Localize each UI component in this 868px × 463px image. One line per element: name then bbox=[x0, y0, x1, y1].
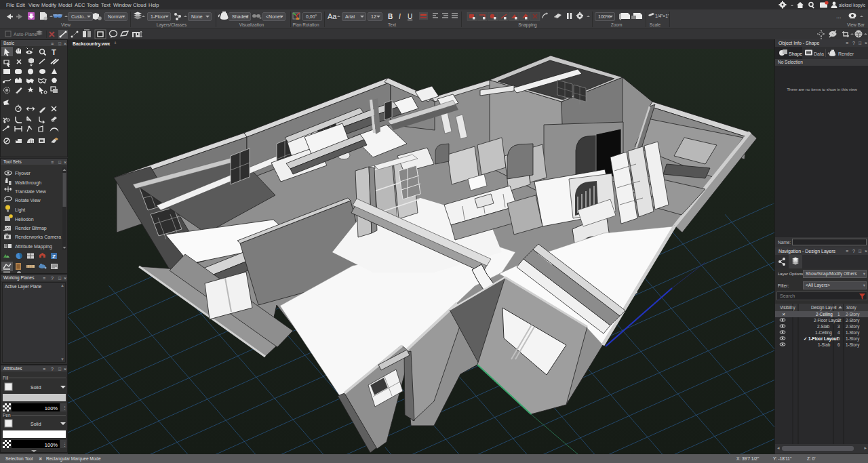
svg-text:⋮: ⋮ bbox=[62, 442, 67, 447]
svg-text:2: 2 bbox=[837, 318, 840, 323]
svg-text:Aa: Aa bbox=[328, 12, 337, 20]
svg-text:2-Story: 2-Story bbox=[846, 318, 860, 323]
svg-text:⋮: ⋮ bbox=[62, 405, 67, 410]
svg-text:✓ 1-Floor Layout: ✓ 1-Floor Layout bbox=[804, 336, 839, 342]
svg-text:Light: Light bbox=[15, 207, 25, 213]
svg-text:Solid: Solid bbox=[31, 422, 41, 426]
svg-text:i: i bbox=[835, 305, 836, 310]
svg-text:6: 6 bbox=[837, 342, 840, 347]
svg-text:1-Slab: 1-Slab bbox=[818, 342, 831, 347]
svg-text:Design Layer: Design Layer bbox=[811, 305, 836, 310]
svg-text:1/4"=1': 1/4"=1' bbox=[655, 14, 669, 18]
svg-text:✕: ✕ bbox=[782, 312, 785, 317]
svg-text:1: 1 bbox=[837, 312, 840, 317]
svg-text:Render: Render bbox=[838, 52, 854, 56]
svg-text:100%: 100% bbox=[45, 442, 58, 448]
svg-text:Attribute Mapping: Attribute Mapping bbox=[15, 244, 52, 249]
svg-text:T: T bbox=[52, 48, 56, 56]
svg-text:2-Slab: 2-Slab bbox=[817, 324, 830, 329]
svg-text:B: B bbox=[388, 13, 393, 20]
svg-text:100%: 100% bbox=[45, 405, 58, 411]
svg-text:U: U bbox=[408, 13, 412, 20]
svg-text:Render Bitmap: Render Bitmap bbox=[15, 226, 47, 231]
svg-text:Rotate View: Rotate View bbox=[15, 198, 41, 203]
svg-text:Story: Story bbox=[846, 305, 857, 310]
svg-text:Renderworks Camera: Renderworks Camera bbox=[15, 235, 61, 239]
svg-text:Heliodon: Heliodon bbox=[15, 217, 34, 222]
svg-text:Solid: Solid bbox=[31, 385, 41, 390]
svg-text:Flyover: Flyover bbox=[15, 171, 31, 176]
svg-text:3: 3 bbox=[837, 324, 840, 329]
svg-text:1-Story: 1-Story bbox=[846, 330, 860, 336]
svg-text:aleksei kopylov: aleksei kopylov bbox=[839, 3, 865, 8]
svg-text:Walkthrough: Walkthrough bbox=[15, 180, 41, 186]
svg-text:1-Ceiling: 1-Ceiling bbox=[815, 330, 832, 336]
svg-text:Auto-Plane: Auto-Plane bbox=[14, 32, 37, 37]
svg-text:1-Story: 1-Story bbox=[846, 336, 860, 342]
svg-text:4: 4 bbox=[837, 330, 840, 335]
svg-text:2-Story: 2-Story bbox=[846, 312, 860, 317]
svg-text:I: I bbox=[399, 13, 401, 20]
svg-text:Translate View: Translate View bbox=[15, 189, 47, 194]
svg-text:Z: Z bbox=[52, 254, 56, 260]
svg-text:Shape: Shape bbox=[789, 52, 802, 57]
svg-text:...: ... bbox=[836, 13, 842, 20]
svg-text:Pen: Pen bbox=[3, 413, 11, 418]
svg-text:1-Story: 1-Story bbox=[846, 342, 860, 348]
svg-text:2-Story: 2-Story bbox=[846, 324, 860, 329]
svg-text:5: 5 bbox=[837, 336, 840, 341]
svg-text:2-Ceiling: 2-Ceiling bbox=[816, 312, 833, 317]
svg-text:Fill: Fill bbox=[3, 376, 9, 380]
svg-text:Data: Data bbox=[814, 52, 824, 56]
svg-text:Visibility: Visibility bbox=[780, 305, 795, 310]
